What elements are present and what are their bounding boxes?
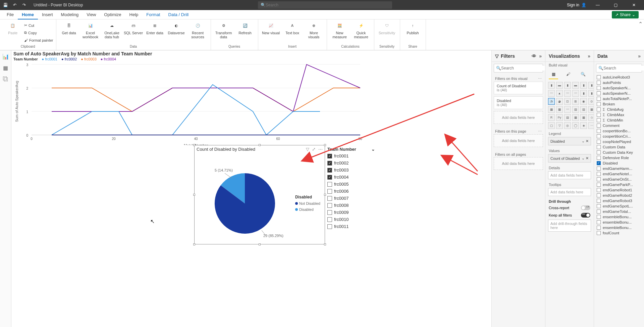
checkbox-icon[interactable] <box>597 204 601 208</box>
field-item[interactable]: ΣClimbMax <box>594 112 644 118</box>
viz-type-icon[interactable]: ▤ <box>572 106 579 113</box>
more-visuals-button[interactable]: ⊕More visuals <box>304 21 324 45</box>
field-item[interactable]: Custom Data Key <box>594 150 644 155</box>
format-tab-icon[interactable]: 🖌 <box>564 70 573 79</box>
tab-format[interactable]: Format <box>142 10 164 19</box>
checkbox-icon[interactable] <box>597 81 601 85</box>
viz-type-icon[interactable]: ▮ <box>548 82 555 89</box>
global-search-input[interactable] <box>266 3 389 7</box>
ribbon-collapse-icon[interactable]: ⌃ <box>638 21 643 27</box>
checkbox-icon[interactable] <box>327 182 332 187</box>
recent-sources-button[interactable]: 🕐Recent sources <box>188 21 208 45</box>
viz-type-icon[interactable]: ▮ <box>564 82 571 89</box>
team-number-slicer[interactable]: Team Number⌄ ✓frc0001✓frc0002✓frc0003✓fr… <box>326 146 376 230</box>
tab-home[interactable]: Home <box>18 10 38 19</box>
checkbox-icon[interactable] <box>597 209 601 214</box>
checkbox-icon[interactable] <box>597 140 601 144</box>
checkbox-icon[interactable] <box>327 196 332 201</box>
field-item[interactable]: autoLineRobot3 <box>594 75 644 80</box>
filter-card[interactable]: Disabledis (All) <box>494 96 543 109</box>
focus-icon[interactable]: ⤢ <box>312 147 316 152</box>
checkbox-icon[interactable]: ✓ <box>327 168 332 173</box>
slicer-item[interactable]: ✓frc0001 <box>326 152 376 159</box>
details-well[interactable]: Add data fields here <box>548 171 591 179</box>
viz-type-icon[interactable]: ⊞ <box>572 98 579 105</box>
viz-type-icon[interactable]: ▮ <box>580 82 587 89</box>
checkbox-icon[interactable] <box>597 145 601 149</box>
checkbox-icon[interactable] <box>597 226 601 230</box>
viz-type-icon[interactable]: 〰 <box>564 90 571 97</box>
viz-type-icon[interactable]: ◎ <box>564 122 571 129</box>
field-item[interactable]: endGameNoteI... <box>594 171 644 177</box>
viz-type-icon[interactable]: ▤ <box>564 114 571 121</box>
field-item[interactable]: Broken <box>594 101 644 107</box>
enter-data-button[interactable]: ⊞Enter data <box>145 21 165 45</box>
legend-well[interactable]: Disabled⌄ ✕ <box>548 137 591 145</box>
chevron-down-icon[interactable]: ⌄ <box>371 147 375 152</box>
viz-type-icon[interactable]: ▤ <box>580 106 587 113</box>
viz-type-icon[interactable]: ▬ <box>572 82 579 89</box>
slicer-item[interactable]: frc0009 <box>326 209 376 216</box>
field-item[interactable]: coopertitionCri... <box>594 134 644 139</box>
cut-button[interactable]: ✂Cut <box>24 22 53 29</box>
checkbox-icon[interactable] <box>597 91 601 95</box>
checkbox-icon[interactable] <box>597 188 601 192</box>
checkbox-icon[interactable] <box>327 217 332 222</box>
checkbox-icon[interactable]: ✓ <box>327 154 332 158</box>
eye-icon[interactable]: 👁 <box>532 53 536 59</box>
get-data-button[interactable]: 🗄Get data <box>59 21 79 45</box>
viz-type-icon[interactable]: ◈ <box>580 122 587 129</box>
checkbox-icon[interactable] <box>327 189 332 194</box>
field-item[interactable]: endGameRobot1 <box>594 187 644 193</box>
checkbox-icon[interactable] <box>597 124 601 128</box>
excel-button[interactable]: 📊Excel workbook <box>80 21 101 45</box>
checkbox-icon[interactable] <box>597 102 601 106</box>
signin-button[interactable]: Sign in 👤 <box>567 3 586 7</box>
checkbox-icon[interactable] <box>597 177 601 181</box>
collapse-icon[interactable]: » <box>638 53 641 59</box>
field-item[interactable]: ensembleBonu... <box>594 214 644 220</box>
copy-button[interactable]: ⧉Copy <box>24 30 53 36</box>
format-painter-button[interactable]: 🖌Format painter <box>24 37 53 44</box>
tab-insert[interactable]: Insert <box>38 10 57 19</box>
minimize-button[interactable]: — <box>591 3 604 7</box>
tab-help[interactable]: Help <box>125 10 143 19</box>
data-search[interactable]: 🔍 <box>596 64 642 73</box>
field-item[interactable]: endGameTotal... <box>594 209 644 214</box>
field-item[interactable]: endGameRobot3 <box>594 198 644 203</box>
field-item[interactable]: autoTotalNoteP... <box>594 96 644 101</box>
viz-type-icon[interactable]: ⊡ <box>564 98 571 105</box>
tab-data-drill[interactable]: Data / Drill <box>164 10 193 19</box>
slicer-item[interactable]: ✓frc0004 <box>326 174 376 181</box>
viz-type-icon[interactable]: ▦ <box>572 114 579 121</box>
values-well[interactable]: Count of Disabled⌄ ✕ <box>548 154 591 162</box>
field-item[interactable]: foulCount <box>594 230 644 236</box>
more-icon[interactable]: ⋯ <box>538 77 542 81</box>
slicer-item[interactable]: frc0011 <box>326 223 376 230</box>
checkbox-icon[interactable] <box>327 210 332 215</box>
new-visual-button[interactable]: 📈New visual <box>261 21 281 45</box>
table-view-icon[interactable]: ▦ <box>2 64 10 72</box>
field-item[interactable]: ΣClimbAvg <box>594 107 644 112</box>
field-item[interactable]: endGameParkP... <box>594 182 644 187</box>
slicer-item[interactable]: frc0008 <box>326 202 376 209</box>
viz-type-icon[interactable]: 〰 <box>548 90 555 97</box>
pie-chart-visual[interactable]: Count of Disabled by Disabled ▽ ⤢ ⋯ 5 (1… <box>194 145 325 244</box>
all-filters-drop[interactable]: Add data fields here <box>494 157 543 170</box>
checkbox-icon[interactable] <box>597 215 601 219</box>
checkbox-icon[interactable] <box>597 183 601 187</box>
undo-icon[interactable]: ↶ <box>12 2 17 8</box>
text-box-button[interactable]: AText box <box>282 21 303 45</box>
tooltips-well[interactable]: Add data fields here <box>548 188 591 196</box>
field-item[interactable]: ensembleBonu... <box>594 220 644 225</box>
tab-file[interactable]: File <box>3 10 18 19</box>
field-item[interactable]: Comment <box>594 123 644 128</box>
checkbox-icon[interactable] <box>597 220 601 224</box>
share-button[interactable]: ↗ Share ⌄ <box>612 11 639 18</box>
field-item[interactable]: coopertitionBo... <box>594 128 644 134</box>
collapse-icon[interactable]: » <box>588 53 590 59</box>
field-item[interactable]: Custom Data <box>594 144 644 150</box>
checkbox-icon[interactable] <box>597 172 601 176</box>
more-icon[interactable]: ⋯ <box>318 147 323 152</box>
checkbox-icon[interactable] <box>327 224 332 229</box>
